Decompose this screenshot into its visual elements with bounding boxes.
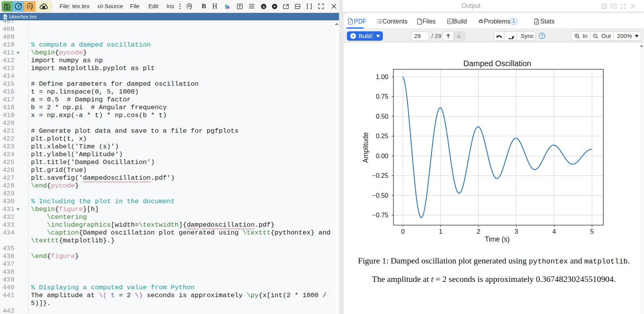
svg-text:2: 2 — [477, 228, 480, 235]
svg-text:S: S — [263, 5, 265, 9]
svg-text:−0.25: −0.25 — [372, 172, 388, 179]
svg-text:3: 3 — [514, 228, 518, 235]
svg-text:0.50: 0.50 — [376, 113, 388, 120]
svg-text:1.00: 1.00 — [376, 73, 388, 80]
svg-text:4: 4 — [552, 228, 556, 235]
svg-text:Damped Oscillation: Damped Oscillation — [464, 59, 531, 68]
svg-text:1: 1 — [439, 228, 442, 235]
svg-text:5: 5 — [590, 228, 594, 235]
svg-text:0.75: 0.75 — [376, 93, 388, 100]
svg-text:AI: AI — [188, 4, 191, 8]
svg-text:−0.75: −0.75 — [372, 211, 388, 218]
svg-text:AI: AI — [28, 4, 31, 8]
svg-text:−0.50: −0.50 — [372, 192, 388, 199]
svg-text:0: 0 — [401, 228, 404, 235]
svg-text:Time (s): Time (s) — [485, 235, 510, 243]
svg-text:0.00: 0.00 — [376, 152, 388, 159]
svg-text:0.25: 0.25 — [376, 132, 388, 139]
svg-text:Amplitude: Amplitude — [362, 132, 370, 163]
